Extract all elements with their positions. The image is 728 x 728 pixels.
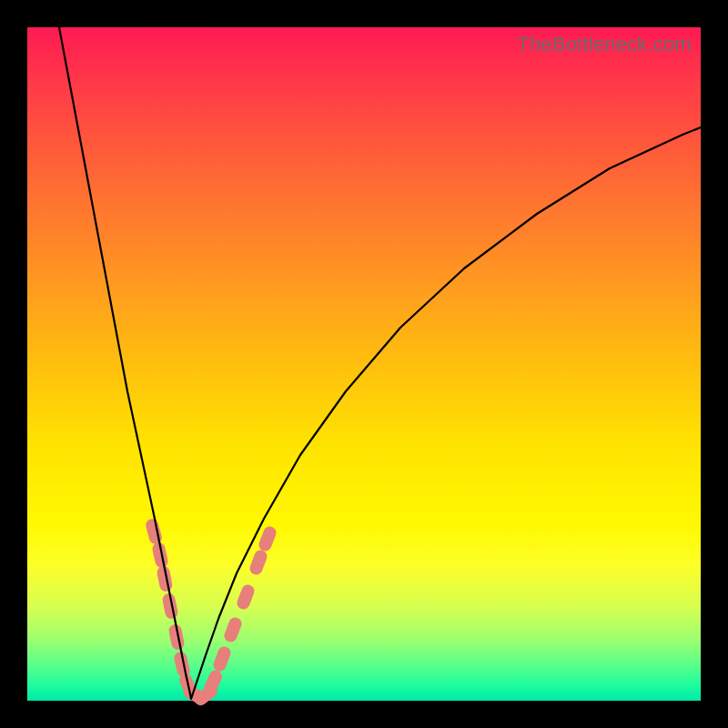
- blob-marker: [211, 644, 232, 672]
- blob-marker: [235, 582, 256, 611]
- bottleneck-curve: [59, 27, 701, 699]
- blob-marker: [222, 615, 243, 643]
- chart-panel: TheBottleneck.com: [27, 27, 701, 701]
- blob-marker: [145, 518, 164, 546]
- blob-marker: [257, 524, 278, 552]
- blob-marker: [248, 548, 269, 576]
- curve-layer: [59, 27, 701, 699]
- curve-plot: [27, 27, 701, 701]
- blob-layer: [145, 518, 278, 708]
